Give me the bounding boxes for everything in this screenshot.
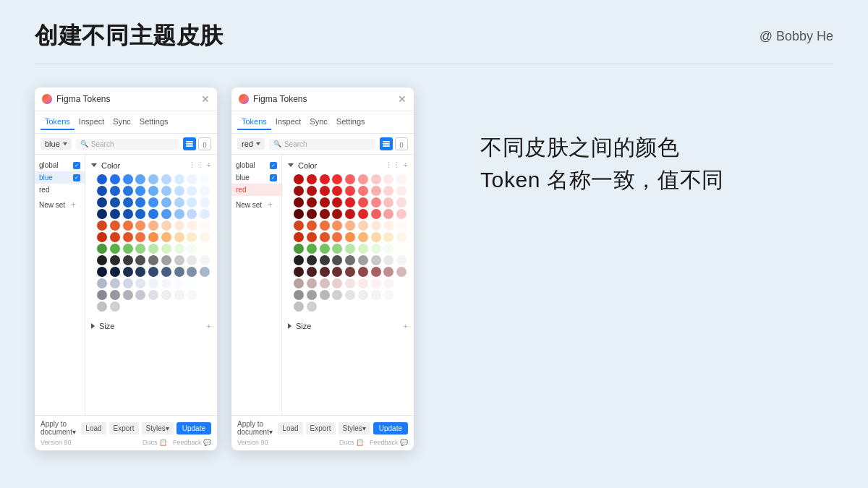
update-btn-red[interactable]: Update [373,422,408,435]
color-dot[interactable] [345,267,355,277]
color-dot[interactable] [110,221,120,231]
color-dot[interactable] [358,290,368,300]
color-dot[interactable] [123,174,133,184]
list-view-btn-blue[interactable] [183,137,196,150]
color-dot[interactable] [135,186,145,196]
color-dot[interactable] [307,290,317,300]
theme-selector-blue[interactable]: blue [41,138,72,150]
panel-close-red[interactable]: ✕ [398,93,407,105]
nav-tokens-red[interactable]: Tokens [237,114,271,130]
color-dot[interactable] [148,186,158,196]
color-section-header-blue[interactable]: Color ⋮⋮ + [85,158,217,173]
color-dot[interactable] [383,174,393,184]
color-dot[interactable] [307,301,317,312]
color-dot[interactable] [345,197,355,207]
size-section-header-red[interactable]: Size + [282,319,414,333]
color-dot[interactable] [345,209,355,219]
color-dot[interactable] [135,244,145,254]
color-dot[interactable] [332,209,342,219]
color-dot[interactable] [161,244,171,254]
color-dot[interactable] [307,186,317,196]
color-dot[interactable] [294,186,304,196]
color-dot[interactable] [371,197,381,207]
color-dot[interactable] [110,174,120,184]
color-dot[interactable] [174,186,184,196]
color-dot[interactable] [358,278,368,288]
color-dot[interactable] [332,267,342,277]
color-dot[interactable] [161,232,171,242]
color-dot[interactable] [383,221,393,231]
color-dot[interactable] [161,267,171,277]
color-dot[interactable] [345,290,355,300]
set-new-red[interactable]: New set + [231,196,281,213]
color-dot[interactable] [371,278,381,288]
color-dot[interactable] [383,244,393,254]
color-dot[interactable] [320,174,330,184]
color-dot[interactable] [97,221,107,231]
color-dot[interactable] [148,255,158,265]
color-dot[interactable] [345,186,355,196]
set-blue-red[interactable]: blue ✓ [231,171,281,184]
color-dot[interactable] [371,174,381,184]
color-dot[interactable] [371,267,381,277]
color-dot[interactable] [187,278,197,288]
color-dot[interactable] [332,278,342,288]
color-dot[interactable] [396,278,407,288]
color-dot[interactable] [345,221,355,231]
docs-link-blue[interactable]: Docs 📋 [142,439,167,446]
color-dot[interactable] [97,197,107,207]
color-dot[interactable] [187,244,197,254]
theme-selector-red[interactable]: red [237,138,265,150]
color-dot[interactable] [332,186,342,196]
load-btn-red[interactable]: Load [278,422,302,435]
color-dot[interactable] [148,221,158,231]
color-dot[interactable] [187,232,197,242]
color-dot[interactable] [320,209,330,219]
nav-settings-blue[interactable]: Settings [135,114,173,130]
color-list-icon-red[interactable]: ⋮⋮ [385,160,401,170]
color-dot[interactable] [200,232,210,242]
feedback-link-blue[interactable]: Feedback 💬 [173,439,211,446]
set-global-red[interactable]: global ✓ [231,159,281,171]
color-dot[interactable] [358,186,368,196]
color-dot[interactable] [148,232,158,242]
color-dot[interactable] [187,197,197,207]
color-dot[interactable] [383,209,393,219]
color-dot[interactable] [358,255,368,265]
color-dot[interactable] [345,232,355,242]
color-add-icon-blue[interactable]: + [207,160,211,170]
color-dot[interactable] [332,232,342,242]
color-dot[interactable] [187,267,197,277]
color-dot[interactable] [396,221,407,231]
size-section-header-blue[interactable]: Size + [85,319,217,333]
size-add-icon-blue[interactable]: + [207,322,211,330]
color-dot[interactable] [396,244,407,254]
color-dot[interactable] [110,278,120,288]
color-dot[interactable] [148,267,158,277]
color-dot[interactable] [200,267,210,277]
color-dot[interactable] [135,209,145,219]
color-dot[interactable] [200,255,210,265]
color-dot[interactable] [371,244,381,254]
color-dot[interactable] [187,255,197,265]
color-dot[interactable] [110,197,120,207]
color-add-icon-red[interactable]: + [404,160,408,170]
color-dot[interactable] [97,267,107,277]
color-dot[interactable] [148,209,158,219]
color-dot[interactable] [320,278,330,288]
color-dot[interactable] [383,197,393,207]
color-dot[interactable] [110,232,120,242]
color-dot[interactable] [123,278,133,288]
color-dot[interactable] [307,174,317,184]
color-dot[interactable] [135,290,145,300]
color-dot[interactable] [307,232,317,242]
color-dot[interactable] [294,301,304,312]
color-dot[interactable] [123,232,133,242]
color-dot[interactable] [161,221,171,231]
color-dot[interactable] [371,221,381,231]
color-dot[interactable] [383,186,393,196]
color-dot[interactable] [396,197,407,207]
color-dot[interactable] [187,186,197,196]
color-dot[interactable] [294,290,304,300]
color-dot[interactable] [187,209,197,219]
